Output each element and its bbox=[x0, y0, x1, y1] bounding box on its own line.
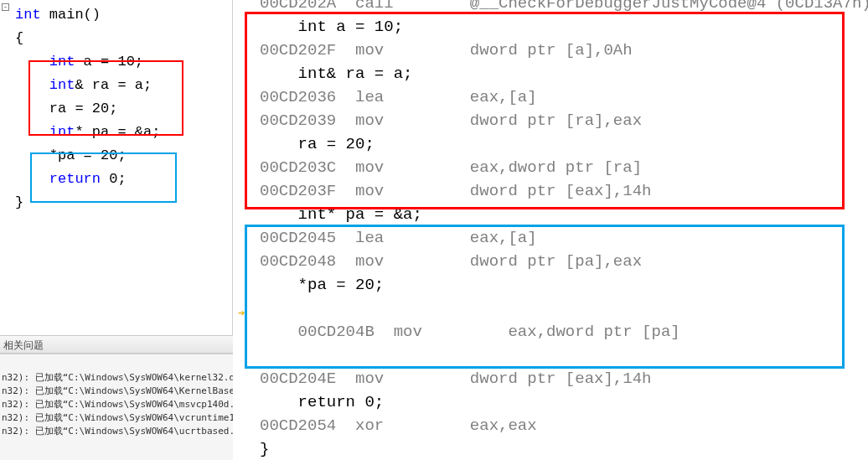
code-line: } bbox=[0, 191, 232, 214]
keyword: return bbox=[15, 171, 101, 187]
log-line: n32): 已加载“C:\Windows\SysWOW64\kernel32.d… bbox=[0, 371, 233, 385]
log-line: n32): 已加载“C:\Windows\SysWOW64\KernelBase… bbox=[0, 385, 233, 398]
code-line: *pa = 20; bbox=[0, 144, 232, 168]
code-line: int* pa = &a; bbox=[0, 121, 232, 144]
code-line: { bbox=[0, 27, 232, 50]
source-code-pane[interactable]: - int main() { int a = 10; int& ra = a; … bbox=[0, 0, 233, 460]
log-line: n32): 已加载“C:\Windows\SysWOW64\vcruntime1… bbox=[0, 411, 233, 425]
annotation-red-box bbox=[245, 12, 845, 209]
code-line: return 0; bbox=[0, 168, 232, 191]
source-code-area[interactable]: int main() { int a = 10; int& ra = a; ra… bbox=[0, 0, 232, 214]
log-line: n32): 已加载“C:\Windows\SysWOW64\msvcp140d.… bbox=[0, 398, 233, 411]
asm-line: 00CD204E mov dword ptr [eax],14h bbox=[233, 367, 868, 390]
code-text: 0; bbox=[101, 171, 127, 187]
keyword: int bbox=[15, 7, 41, 23]
code-line: int& ra = a; bbox=[0, 74, 232, 97]
output-log-panel[interactable]: n32): 已加载“C:\Windows\SysWOW64\kernel32.d… bbox=[0, 354, 233, 460]
keyword: int bbox=[15, 124, 75, 140]
asm-line: 00CD2054 xor eax,eax bbox=[233, 414, 868, 437]
code-line: int main() bbox=[0, 3, 232, 27]
asm-src-line: return 0; bbox=[233, 390, 868, 414]
disassembly-pane[interactable]: 00CD202A call @__CheckForDebuggerJustMyC… bbox=[233, 0, 868, 460]
log-line: n32): 已加载“C:\Windows\SysWOW64\ucrtbased.… bbox=[0, 425, 233, 438]
code-line: int a = 10; bbox=[0, 50, 232, 74]
code-text: main() bbox=[41, 7, 101, 23]
code-text: & ra = a; bbox=[75, 77, 152, 93]
code-line: ra = 20; bbox=[0, 97, 232, 121]
code-text: * pa = &a; bbox=[75, 124, 160, 140]
code-text: a = 10; bbox=[75, 54, 143, 70]
related-issues-panel-header[interactable]: 相关问题 bbox=[0, 335, 233, 354]
asm-src-line: } bbox=[233, 437, 868, 460]
keyword: int bbox=[15, 77, 75, 93]
fold-minus-icon[interactable]: - bbox=[2, 3, 9, 11]
annotation-blue-box bbox=[245, 225, 845, 369]
keyword: int bbox=[15, 54, 75, 70]
